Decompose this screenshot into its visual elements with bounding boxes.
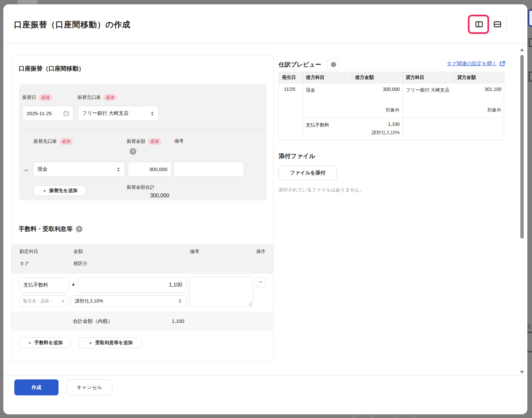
- fees-header-tag: タグ: [20, 261, 29, 267]
- plus-icon: ＋: [42, 188, 47, 194]
- journal-debit-tax: 課対仕入10%: [303, 129, 403, 140]
- fees-help-icon[interactable]: ?: [76, 226, 82, 232]
- transfer-fields-panel: 振替日 必須 振替元口座 必須 2025-11-25 フリー銀行 大崎支店: [19, 84, 267, 200]
- tag-settings-link[interactable]: タグ関連の設定を開く: [447, 61, 505, 67]
- modal-title: 口座振替（口座間移動）の作成: [14, 19, 131, 30]
- chevron-down-icon: ∨: [61, 299, 65, 304]
- select-stepper-icon: [178, 299, 182, 304]
- background-icon-sliver: [529, 72, 532, 82]
- split-columns-icon: [475, 20, 483, 29]
- required-badge: 必須: [103, 94, 117, 101]
- transfer-date-label: 振替日 必須: [22, 94, 52, 101]
- fee-account-select[interactable]: 支払手数料: [19, 278, 69, 293]
- amount-help-icon[interactable]: ?: [130, 148, 136, 155]
- select-stepper-icon: [116, 167, 121, 172]
- journal-preview-table: 発生日 借方科目 借方金額 貸方科目 貸方金額 11/25 現金 300,000…: [279, 72, 504, 140]
- cancel-button[interactable]: キャンセル: [66, 379, 112, 395]
- footer-divider: [3, 375, 527, 376]
- minus-icon: −: [259, 279, 262, 286]
- dest-memo-input[interactable]: [173, 162, 244, 177]
- fees-header-memo: 備考: [190, 249, 199, 255]
- gear-icon: [330, 61, 337, 68]
- resize-grip-icon[interactable]: [248, 302, 252, 305]
- fees-section-title: 手数料・受取利息等 ?: [19, 225, 82, 233]
- journal-settings-button[interactable]: [327, 58, 340, 71]
- background-icon-sliver: [529, 38, 532, 47]
- transfer-form-card: 口座振替（口座間移動） 振替日 必須 振替元口座 必須 2025-11-25: [11, 55, 274, 362]
- journal-credit-cell: フリー銀行 大崎支店 301,100: [403, 83, 504, 106]
- journal-credit-tax: 対象外: [403, 106, 504, 118]
- col-header-credit-amount: 貸方金額: [454, 72, 504, 83]
- journal-debit-tax: 対象外: [303, 106, 403, 118]
- fee-partner-item-pill[interactable]: 取引先・品目・ ∨: [19, 295, 69, 307]
- amount-input[interactable]: 300,000: [128, 162, 172, 177]
- fees-total-label: 合計金額（内税）: [73, 318, 113, 324]
- required-badge: 必須: [39, 94, 52, 101]
- tax-included-marker-icon: ▲: [71, 282, 75, 287]
- layout-toggle-group: [470, 17, 507, 32]
- layout-split-rows-button[interactable]: [488, 17, 507, 32]
- source-account-select[interactable]: フリー銀行 大崎支店: [78, 106, 159, 121]
- dest-account-select[interactable]: 現金: [33, 162, 125, 177]
- transfer-date-input[interactable]: 2025-11-25: [22, 106, 73, 121]
- calendar-icon: [63, 110, 69, 116]
- plus-icon: ＋: [27, 340, 32, 346]
- dest-account-label: 振替先口座 必須: [34, 138, 73, 145]
- fees-header-amount: 金額: [73, 249, 83, 255]
- amount-label: 振替金額 必須: [127, 138, 161, 145]
- source-account-label: 振替元口座 必須: [77, 94, 117, 101]
- transfer-total-value: 300,000: [127, 193, 169, 199]
- required-badge: 必須: [60, 138, 73, 145]
- scrollbar-thumb[interactable]: [520, 55, 524, 239]
- journal-debit-cell: 現金 300,000: [303, 83, 403, 106]
- fee-memo-textarea[interactable]: [189, 277, 253, 307]
- external-link-icon: [499, 61, 505, 67]
- scrollbar[interactable]: [520, 45, 524, 378]
- create-transfer-modal: 口座振替（口座間移動）の作成 口座振替: [3, 4, 527, 414]
- memo-label: 備考: [174, 138, 184, 144]
- plus-icon: ＋: [88, 340, 93, 346]
- col-header-credit-account: 貸方科目: [403, 72, 454, 83]
- attachments-title: 添付ファイル: [279, 152, 315, 160]
- background-row-sliver: [527, 331, 532, 333]
- background-page-tab: [17, 0, 38, 4]
- required-badge: 必須: [148, 138, 161, 145]
- add-destination-button[interactable]: ＋ 振替先を追加: [34, 185, 86, 196]
- remove-fee-row-button[interactable]: −: [256, 277, 266, 287]
- journal-row-date: 11/25: [279, 83, 303, 140]
- col-header-debit-account: 借方科目: [303, 72, 352, 83]
- select-stepper-icon: [150, 111, 155, 116]
- col-header-date: 発生日: [279, 72, 303, 83]
- fees-header-tax: 税区分: [73, 261, 87, 267]
- background-row-sliver: [527, 351, 532, 352]
- journal-credit-tax-empty: [403, 129, 504, 140]
- journal-credit-cell-empty: [403, 118, 504, 129]
- scrollbar-up-arrow[interactable]: [520, 48, 524, 51]
- fee-tax-select[interactable]: 課対仕入10%: [71, 295, 187, 307]
- fees-header-account: 勘定科目: [20, 249, 38, 255]
- form-section-title: 口座振替（口座間移動）: [19, 65, 84, 73]
- transfer-total-label: 振替金額合計: [127, 184, 155, 190]
- panel-divider: [19, 128, 267, 129]
- fees-header-action: 操作: [256, 249, 266, 255]
- journal-preview-title: 仕訳プレビュー: [279, 61, 321, 69]
- fees-total-row: 合計金額（内税） 1,100: [12, 312, 274, 331]
- fees-total-value: 1,100: [145, 318, 184, 324]
- layout-split-columns-button[interactable]: [470, 17, 488, 32]
- fees-table-header: 勘定科目 金額 備考 操作 タグ 税区分: [12, 244, 274, 274]
- split-rows-icon: [493, 20, 502, 29]
- add-interest-button[interactable]: ＋ 受取利息等を追加: [78, 337, 142, 348]
- header-divider: [3, 43, 527, 44]
- background-blue-button-sliver: [528, 9, 532, 27]
- create-button[interactable]: 作成: [14, 379, 59, 395]
- scrollbar-down-arrow[interactable]: [520, 371, 524, 374]
- fee-amount-input[interactable]: 1,100: [78, 277, 187, 293]
- col-header-debit-amount: 借方金額: [352, 72, 403, 83]
- attach-file-button[interactable]: ファイルを添付: [279, 166, 337, 180]
- add-fee-button[interactable]: ＋ 手数料を追加: [19, 337, 71, 348]
- journal-debit-cell: 支払手数料 1,100: [303, 118, 403, 129]
- arrow-right-icon: →: [22, 165, 29, 173]
- attachments-empty-text: 添付されているファイルはありません。: [279, 187, 364, 193]
